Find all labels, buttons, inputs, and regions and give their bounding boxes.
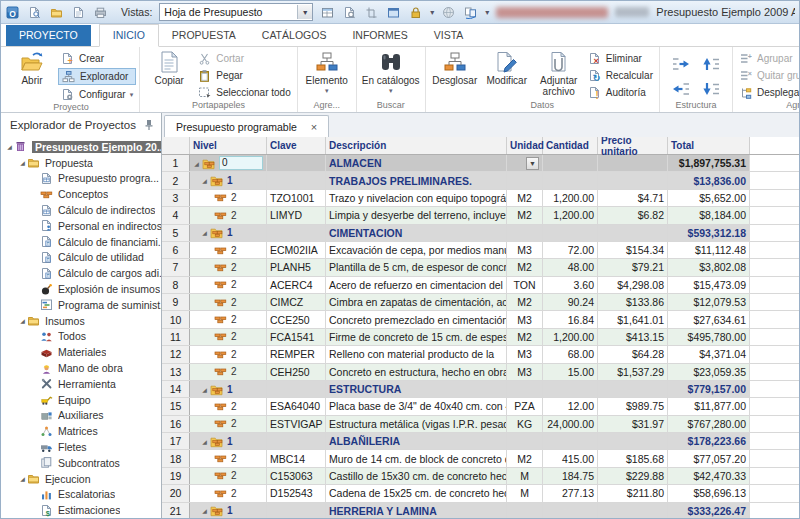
row-number-cell[interactable]: 7 bbox=[162, 259, 190, 275]
print-icon[interactable] bbox=[93, 5, 108, 20]
nivel-cell[interactable]: 2 bbox=[190, 485, 267, 501]
nivel-cell[interactable]: 2 bbox=[190, 329, 267, 345]
col-header-clave[interactable]: Clave bbox=[267, 137, 326, 154]
cantidad-cell[interactable]: 1,200.00 bbox=[543, 207, 598, 223]
total-cell[interactable]: $4,371.04 bbox=[668, 346, 750, 362]
nivel-cell[interactable]: 2 bbox=[190, 277, 267, 293]
nivel-cell[interactable]: 2 bbox=[190, 242, 267, 258]
row-number-cell[interactable]: 2 bbox=[162, 172, 190, 188]
descripcion-cell[interactable]: Firme de concreto de 15 cm. de espesor, … bbox=[326, 329, 507, 345]
seleccionar-todo-button[interactable]: Seleccionar todo bbox=[195, 85, 294, 100]
open-folder-icon[interactable] bbox=[49, 5, 64, 20]
descripcion-cell[interactable]: Acero de refuerzo en cimentacion del No.… bbox=[326, 277, 507, 293]
total-cell[interactable]: $58,696.13 bbox=[668, 485, 750, 501]
cantidad-cell[interactable]: 1,200.00 bbox=[543, 190, 598, 206]
cantidad-cell[interactable]: 15.00 bbox=[543, 364, 598, 380]
cantidad-cell[interactable]: 24,000.00 bbox=[543, 416, 598, 432]
row-number-cell[interactable]: 13 bbox=[162, 364, 190, 380]
descripcion-cell[interactable]: Cimbra en zapatas de cimentación, acabad… bbox=[326, 294, 507, 310]
total-cell[interactable]: $42,470.33 bbox=[668, 468, 750, 484]
budget-row[interactable]: 192C153063Castillo de 15x30 cm. de concr… bbox=[162, 468, 799, 485]
clave-cell[interactable]: ECM02IIA bbox=[267, 242, 326, 258]
tree-item[interactable]: Cálculo de indirectos bbox=[1, 202, 161, 218]
unidad-cell[interactable]: PZA bbox=[507, 398, 543, 414]
elemento-button[interactable]: Elemento ▾ bbox=[301, 47, 353, 94]
total-cell[interactable]: $178,223.66 bbox=[668, 433, 750, 449]
ribbon-tab-catálogos[interactable]: CATÁLOGOS bbox=[249, 25, 340, 46]
unidad-cell[interactable]: M3 bbox=[507, 311, 543, 327]
descripcion-cell[interactable]: Plantilla de 5 cm, de espesor de concret… bbox=[326, 259, 507, 275]
precio-unitario-cell[interactable] bbox=[598, 433, 668, 449]
cantidad-cell[interactable] bbox=[543, 172, 598, 188]
cantidad-cell[interactable]: 277.13 bbox=[543, 485, 598, 501]
budget-row[interactable]: 17◢1ALBAÑILERIA$178,223.66 bbox=[162, 433, 799, 450]
window-icon[interactable] bbox=[386, 5, 401, 20]
descripcion-cell[interactable]: Estructura metálica (vigas I.P.R. pesada… bbox=[326, 416, 507, 432]
unidad-cell[interactable]: M2 bbox=[507, 450, 543, 466]
pegar-button[interactable]: Pegar bbox=[195, 68, 294, 83]
clave-cell[interactable]: TZO1001 bbox=[267, 190, 326, 206]
tree-item[interactable]: Explosión de insumos bbox=[1, 281, 161, 297]
descripcion-cell[interactable]: TRABAJOS PRELIMINARES. bbox=[326, 172, 507, 188]
cantidad-cell[interactable]: 184.75 bbox=[543, 468, 598, 484]
new-document-icon[interactable] bbox=[71, 5, 86, 20]
clave-cell[interactable]: D152543 bbox=[267, 485, 326, 501]
precio-unitario-cell[interactable] bbox=[598, 503, 668, 519]
quitar-grupos-button[interactable]: × Quitar grupos bbox=[736, 68, 800, 83]
col-header-precio-unitario[interactable]: Precio unitario bbox=[598, 137, 668, 154]
cantidad-cell[interactable]: 3.60 bbox=[543, 277, 598, 293]
cantidad-cell[interactable]: 48.00 bbox=[543, 259, 598, 275]
descripcion-cell[interactable]: Limpia y desyerbe del terreno, incluye: … bbox=[326, 207, 507, 223]
clave-cell[interactable]: ESTVIGAP bbox=[267, 416, 326, 432]
precio-unitario-cell[interactable]: $185.68 bbox=[598, 450, 668, 466]
desglosar-button[interactable]: Desglosar bbox=[429, 47, 481, 87]
clave-cell[interactable]: MBC14 bbox=[267, 450, 326, 466]
col-header-descripción[interactable]: Descripción bbox=[326, 137, 507, 154]
eliminar-button[interactable]: × Eliminar bbox=[585, 51, 656, 66]
ribbon-tab-inicio[interactable]: INICIO bbox=[99, 24, 159, 47]
tree-item[interactable]: Cálculo de cargos adi... bbox=[1, 265, 161, 281]
clave-cell[interactable]: LIMYD bbox=[267, 207, 326, 223]
total-cell[interactable]: $11,112.48 bbox=[668, 242, 750, 258]
cantidad-cell[interactable] bbox=[543, 433, 598, 449]
nivel-cell[interactable]: ◢1 bbox=[190, 172, 267, 188]
row-number-cell[interactable]: 16 bbox=[162, 416, 190, 432]
cantidad-cell[interactable]: 16.84 bbox=[543, 311, 598, 327]
nivel-cell[interactable]: ◢1 bbox=[190, 503, 267, 519]
total-cell[interactable]: $495,780.00 bbox=[668, 329, 750, 345]
unidad-cell[interactable]: M bbox=[507, 485, 543, 501]
budget-row[interactable]: 112FCA1541Firme de concreto de 15 cm. de… bbox=[162, 329, 799, 346]
descripcion-cell[interactable]: Castillo de 15x30 cm. de concreto hecho … bbox=[326, 468, 507, 484]
tree-item[interactable]: Fletes bbox=[1, 439, 161, 455]
unidad-cell[interactable]: M3 bbox=[507, 364, 543, 380]
unidad-cell[interactable]: TON bbox=[507, 277, 543, 293]
expander-icon[interactable]: ◢ bbox=[200, 438, 209, 445]
cantidad-cell[interactable]: 68.00 bbox=[543, 346, 598, 362]
expander-icon[interactable]: ◢ bbox=[5, 143, 14, 150]
row-number-cell[interactable]: 3 bbox=[162, 190, 190, 206]
tree-item[interactable]: Auxiliares bbox=[1, 408, 161, 424]
clave-cell[interactable] bbox=[267, 155, 326, 171]
tree-item[interactable]: Cálculo de utilidad bbox=[1, 250, 161, 266]
total-cell[interactable]: $15,473.09 bbox=[668, 277, 750, 293]
budget-row[interactable]: 182MBC14Muro de 14 cm. de block de concr… bbox=[162, 450, 799, 467]
vistas-dropdown[interactable]: Hoja de Presupuesto ▼ bbox=[159, 3, 313, 21]
unidad-cell[interactable]: M3 bbox=[507, 346, 543, 362]
clave-cell[interactable]: REMPER bbox=[267, 346, 326, 362]
tree-item[interactable]: Programa de suminist... bbox=[1, 297, 161, 313]
descripcion-cell[interactable]: CIMENTACION bbox=[326, 225, 507, 241]
tree-item[interactable]: Herramienta bbox=[1, 376, 161, 392]
col-header-unidad[interactable]: Unidad bbox=[507, 137, 543, 154]
budget-row[interactable]: 5◢1CIMENTACION$593,312.18 bbox=[162, 225, 799, 242]
unidad-cell[interactable]: M2 bbox=[507, 190, 543, 206]
expander-icon[interactable]: ◢ bbox=[200, 177, 209, 184]
budget-row[interactable]: 92CIMCZCimbra en zapatas de cimentación,… bbox=[162, 294, 799, 311]
row-number-cell[interactable]: 10 bbox=[162, 311, 190, 327]
unidad-cell[interactable] bbox=[507, 503, 543, 519]
tree-item[interactable]: Materiales bbox=[1, 344, 161, 360]
clave-cell[interactable] bbox=[267, 503, 326, 519]
nivel-cell[interactable]: ◢1 bbox=[190, 433, 267, 449]
budget-row[interactable]: 102CCE250Concreto premezclado en cimenta… bbox=[162, 311, 799, 328]
ribbon-tab-vista[interactable]: VISTA bbox=[421, 25, 477, 46]
zoom-document-icon[interactable] bbox=[342, 5, 357, 20]
